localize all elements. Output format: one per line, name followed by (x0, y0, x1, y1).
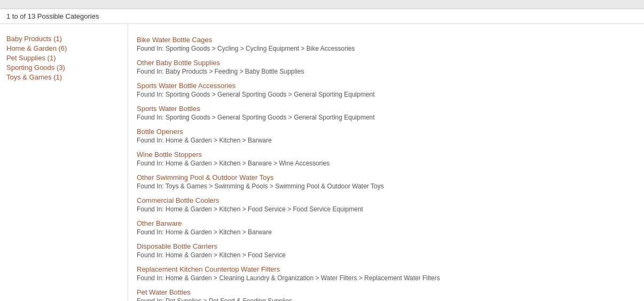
category-found-in: Found In: Home & Garden > Kitchen > Barw… (137, 160, 635, 167)
category-link[interactable]: Commercial Bottle Coolers (137, 196, 219, 204)
categories-panel: Bike Water Bottle CagesFound In: Sportin… (128, 24, 644, 301)
sidebar-item-link[interactable]: Baby Products (1) (6, 35, 62, 43)
sidebar-list-item: Home & Garden (6) (6, 44, 121, 52)
category-link[interactable]: Wine Bottle Stoppers (137, 150, 202, 159)
category-item: Replacement Kitchen Countertop Water Fil… (137, 265, 635, 282)
category-item: Bike Water Bottle CagesFound In: Sportin… (137, 36, 635, 52)
categories-list: Bike Water Bottle CagesFound In: Sportin… (137, 36, 635, 301)
sidebar: Baby Products (1)Home & Garden (6)Pet Su… (0, 24, 128, 301)
category-found-in: Found In: Sporting Goods > General Sport… (137, 91, 635, 98)
category-link[interactable]: Sports Water Bottle Accessories (137, 82, 235, 90)
category-link[interactable]: Bike Water Bottle Cages (137, 36, 212, 44)
category-item: Other Baby Bottle SuppliesFound In: Baby… (137, 59, 635, 75)
category-found-in: Found In: Toys & Games > Swimming & Pool… (137, 183, 635, 190)
category-found-in: Found In: Home & Garden > Kitchen > Food… (137, 205, 635, 213)
category-item: Disposable Bottle CarriersFound In: Home… (137, 242, 635, 259)
category-item: Other Swimming Pool & Outdoor Water Toys… (137, 173, 635, 190)
category-found-in: Found In: Home & Garden > Cleaning Laund… (137, 274, 635, 282)
category-found-in: Found In: Pet Supplies > Pet Food & Feed… (137, 297, 635, 301)
category-found-in: Found In: Home & Garden > Kitchen > Barw… (137, 137, 635, 144)
sidebar-item-link[interactable]: Sporting Goods (3) (6, 64, 65, 72)
category-found-in: Found In: Baby Products > Feeding > Baby… (137, 68, 635, 75)
category-item: Wine Bottle StoppersFound In: Home & Gar… (137, 150, 635, 167)
top-bar (0, 0, 644, 9)
sidebar-list-item: Pet Supplies (1) (6, 54, 121, 62)
sidebar-item-link[interactable]: Pet Supplies (1) (6, 54, 56, 62)
category-found-in: Found In: Sporting Goods > Cycling > Cyc… (137, 45, 635, 52)
count-bar: 1 to of 13 Possible Categories (0, 9, 644, 24)
sidebar-list-item: Toys & Games (1) (6, 73, 121, 81)
category-item: Other BarwareFound In: Home & Garden > K… (137, 219, 635, 236)
sidebar-item-link[interactable]: Toys & Games (1) (6, 73, 62, 81)
category-item: Sports Water BottlesFound In: Sporting G… (137, 105, 635, 121)
sidebar-item-link[interactable]: Home & Garden (6) (6, 44, 67, 52)
category-found-in: Found In: Home & Garden > Kitchen > Barw… (137, 228, 635, 236)
category-item: Commercial Bottle CoolersFound In: Home … (137, 196, 635, 213)
category-item: Sports Water Bottle AccessoriesFound In:… (137, 82, 635, 98)
category-link[interactable]: Bottle Openers (137, 128, 183, 136)
category-item: Bottle OpenersFound In: Home & Garden > … (137, 128, 635, 144)
category-link[interactable]: Other Swimming Pool & Outdoor Water Toys (137, 173, 273, 181)
category-link[interactable]: Sports Water Bottles (137, 105, 200, 113)
category-link[interactable]: Replacement Kitchen Countertop Water Fil… (137, 265, 280, 273)
category-found-in: Found In: Sporting Goods > General Sport… (137, 114, 635, 121)
sidebar-list: Baby Products (1)Home & Garden (6)Pet Su… (6, 35, 121, 81)
category-found-in: Found In: Home & Garden > Kitchen > Food… (137, 251, 635, 259)
category-link[interactable]: Other Baby Bottle Supplies (137, 59, 220, 67)
sidebar-list-item: Sporting Goods (3) (6, 64, 121, 72)
category-link[interactable]: Pet Water Bottles (137, 288, 191, 296)
category-item: Pet Water BottlesFound In: Pet Supplies … (137, 288, 635, 301)
count-prefix: 1 to of 13 Possible Categories (6, 12, 99, 20)
category-link[interactable]: Other Barware (137, 219, 182, 227)
category-link[interactable]: Disposable Bottle Carriers (137, 242, 217, 250)
sidebar-list-item: Baby Products (1) (6, 35, 121, 43)
